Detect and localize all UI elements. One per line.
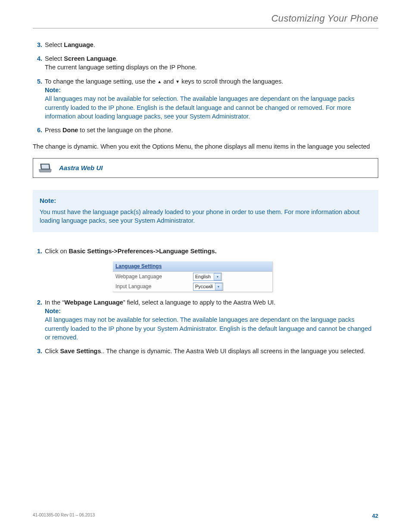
step-text: To change the language setting, use the …	[45, 77, 378, 121]
step-number: 3.	[33, 347, 42, 355]
web-ui-title: Aastra Web UI	[59, 163, 103, 172]
step-text: Press Done to set the language on the ph…	[45, 126, 378, 134]
web-step-1: 1. Click on Basic Settings->Preferences-…	[33, 247, 378, 255]
step-number: 5.	[33, 77, 42, 121]
setting-label: Webpage Language	[115, 273, 193, 280]
web-step-3: 3. Click Save Settings.. The change is d…	[33, 347, 378, 355]
note-box: Note: You must have the language pack(s)…	[33, 190, 378, 232]
laptop-icon	[38, 162, 52, 174]
page-number: 42	[372, 512, 378, 520]
header-divider	[33, 28, 378, 28]
svg-marker-1	[41, 165, 49, 169]
input-language-dropdown[interactable]: Русский ▾	[193, 283, 223, 291]
revision-text: 41-001385-00 Rev 01 – 06.2013	[33, 512, 95, 520]
note-label: Note:	[45, 308, 61, 314]
down-arrow-icon: ▼	[175, 79, 180, 85]
step-6: 6. Press Done to set the language on the…	[33, 126, 378, 134]
note-text: You must have the language pack(s) alrea…	[40, 208, 371, 225]
setting-label: Input Language	[115, 283, 193, 290]
step-number: 3.	[33, 40, 42, 49]
step-number: 2.	[33, 298, 42, 342]
language-settings-panel: Language Settings Webpage Language Engli…	[113, 261, 273, 292]
document-page: Customizing Your Phone 3. Select Languag…	[0, 0, 411, 532]
step-text: Select Language.	[45, 40, 378, 49]
step-text: In the “Webpage Language” field, select …	[45, 298, 378, 342]
step-number: 4.	[33, 54, 42, 72]
step-5: 5. To change the language setting, use t…	[33, 77, 378, 121]
web-ui-heading-bar: Aastra Web UI	[33, 158, 378, 178]
up-arrow-icon: ▲	[157, 79, 162, 85]
settings-row: Input Language Русский ▾	[113, 282, 272, 292]
step-number: 1.	[33, 247, 42, 255]
settings-row: Webpage Language English ▾	[113, 272, 272, 282]
step-text: Click on Basic Settings->Preferences->La…	[45, 247, 378, 255]
dynamic-change-paragraph: The change is dynamic. When you exit the…	[33, 142, 378, 151]
note-label: Note:	[40, 197, 56, 204]
webpage-language-dropdown[interactable]: English ▾	[193, 273, 222, 281]
step-4: 4. Select Screen Language. The current l…	[33, 54, 378, 72]
chevron-down-icon: ▾	[215, 283, 222, 290]
dropdown-value: Русский	[193, 283, 215, 290]
settings-panel-header: Language Settings	[113, 261, 272, 272]
web-step-2: 2. In the “Webpage Language” field, sele…	[33, 298, 378, 342]
note-text: All languages may not be available for s…	[45, 316, 371, 341]
chevron-down-icon: ▾	[214, 273, 221, 280]
note-text: All languages may not be available for s…	[45, 95, 355, 120]
svg-marker-2	[39, 169, 52, 172]
step-text: Click Save Settings.. The change is dyna…	[45, 347, 378, 355]
page-header-title: Customizing Your Phone	[33, 12, 378, 25]
step-3: 3. Select Language.	[33, 40, 378, 49]
page-footer: 41-001385-00 Rev 01 – 06.2013 42	[33, 512, 378, 520]
note-label: Note:	[45, 87, 61, 93]
step-number: 6.	[33, 126, 42, 134]
dropdown-value: English	[193, 274, 213, 280]
step-text: Select Screen Language. The current lang…	[45, 54, 378, 72]
